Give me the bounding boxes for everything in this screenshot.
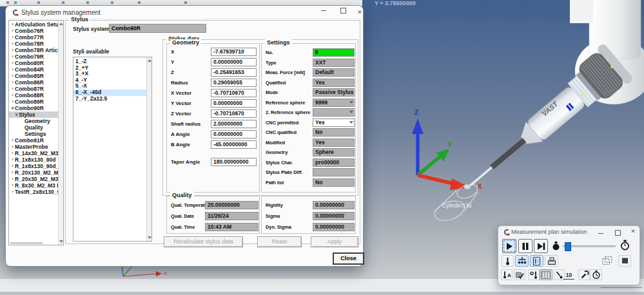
- tree-chevron-icon[interactable]: [10, 105, 15, 111]
- tree-item[interactable]: TestR_2x8x130_9: [9, 189, 58, 195]
- styli-list[interactable]: 1_-Z2_+Y3_+X4_-Y5_-X6_-X_-45d7_-Y_Za12.5: [73, 57, 152, 242]
- tree-chevron-icon[interactable]: [10, 144, 15, 150]
- geometry-row-input[interactable]: 0.29059055: [211, 79, 257, 87]
- tree-item[interactable]: Combo91R: [9, 137, 58, 144]
- dropdown-arrow-icon[interactable]: [349, 101, 353, 104]
- geometry-row-input[interactable]: -45.00000000: [211, 140, 257, 149]
- tree-chevron-icon[interactable]: [10, 47, 15, 53]
- stylus-auto-button[interactable]: A: [501, 269, 512, 280]
- styli-scrollbar[interactable]: [146, 57, 151, 241]
- geometry-row-input[interactable]: 0.00000000: [211, 99, 257, 108]
- tree-chevron-icon[interactable]: [10, 137, 15, 144]
- tree-item[interactable]: Settings: [9, 131, 58, 137]
- tree-item[interactable]: Quality: [9, 124, 58, 131]
- tree-item[interactable]: Combo78R: [9, 41, 58, 47]
- geometry-row-input[interactable]: 0.00000000: [211, 130, 257, 138]
- tree-chevron-icon[interactable]: [10, 34, 15, 41]
- tree-item[interactable]: Combo79R: [9, 53, 58, 60]
- qualify-check-button[interactable]: [514, 269, 525, 280]
- tree-chevron-icon[interactable]: [10, 99, 15, 105]
- geometry-row-input[interactable]: 0.00000000: [211, 58, 257, 66]
- close-window-button[interactable]: ✕: [353, 8, 367, 17]
- tree-chevron-icon[interactable]: [10, 73, 15, 79]
- tree-chevron-icon[interactable]: [10, 86, 15, 92]
- tree-item[interactable]: Combo89R: [9, 99, 58, 105]
- tree-item[interactable]: R_8x30_M2_M3 D: [9, 182, 58, 189]
- probe-changer-button[interactable]: [515, 255, 529, 267]
- tree-item[interactable]: Geometry: [9, 118, 58, 124]
- tree-chevron-icon[interactable]: [10, 163, 15, 169]
- step-forward-button[interactable]: [534, 239, 548, 253]
- tree-chevron-icon[interactable]: [10, 60, 15, 66]
- styli-list-item[interactable]: 7_-Y_Za12.5: [73, 96, 151, 102]
- minimize-button[interactable]: [317, 8, 331, 17]
- tree-chevron-icon[interactable]: [10, 28, 15, 34]
- tree-item[interactable]: Combo88R: [9, 92, 58, 99]
- tree-item[interactable]: Combo90R: [9, 105, 58, 111]
- tree-item[interactable]: Combo76R: [9, 28, 58, 34]
- tree-item[interactable]: Stylus: [9, 111, 58, 118]
- tree-chevron-icon[interactable]: [10, 169, 15, 176]
- tree-item[interactable]: MasterProbe: [9, 144, 58, 150]
- dropdown-arrow-icon[interactable]: [349, 121, 353, 124]
- tree-chevron-icon[interactable]: [10, 41, 15, 47]
- tree-item[interactable]: Combo85R: [9, 73, 58, 79]
- machine-view-button[interactable]: [530, 255, 543, 267]
- stylus-view-button[interactable]: [502, 255, 514, 267]
- tree-chevron-icon[interactable]: [10, 150, 15, 157]
- reset-button[interactable]: Reset: [257, 236, 302, 247]
- dropdown-arrow-icon[interactable]: [349, 111, 353, 113]
- tree-item[interactable]: R_1x8x130_90d_(: [9, 163, 58, 169]
- geometry-row-input[interactable]: -0.25491653: [211, 68, 257, 77]
- tree-item[interactable]: R_20x130_M2_M3: [9, 169, 58, 176]
- probe-eye-button[interactable]: [528, 269, 540, 280]
- settings-wrench-button[interactable]: [578, 269, 590, 280]
- timer-settings-button[interactable]: [590, 269, 602, 280]
- tree-chevron-icon[interactable]: [10, 21, 15, 28]
- maximize-button[interactable]: [336, 8, 350, 17]
- result-table-button[interactable]: [540, 269, 552, 280]
- tree-chevron-icon[interactable]: [10, 66, 15, 73]
- stylus-system-tree[interactable]: Articulation Setup Combo76R Combo77R Com…: [8, 20, 64, 245]
- tree-chevron-icon[interactable]: [10, 92, 15, 99]
- pause-button[interactable]: [518, 239, 532, 253]
- tree-horizontal-scrollbar[interactable]: [10, 242, 43, 244]
- dialog-titlebar[interactable]: Stylus system management ✕: [6, 6, 363, 19]
- tree-item[interactable]: Combo77R: [9, 34, 58, 41]
- tree-item[interactable]: Combo78R Articulat: [9, 47, 58, 53]
- geometry-row-input[interactable]: -0.70710670: [211, 89, 257, 97]
- tree-item[interactable]: R_20x30_M2_M3: [9, 176, 58, 182]
- geometry-row-input[interactable]: -0.70710670: [211, 109, 257, 118]
- stylus-tray-button[interactable]: [545, 255, 558, 267]
- tree-chevron-icon[interactable]: [10, 176, 15, 182]
- geometry-row-input[interactable]: 180.00000000: [211, 158, 257, 166]
- tree-scrollbar[interactable]: [58, 21, 63, 245]
- tree-item[interactable]: R_1x8x130_90d: [9, 157, 58, 163]
- play-button[interactable]: [502, 239, 516, 253]
- clearance-cube-button[interactable]: [618, 255, 631, 267]
- tree-item[interactable]: Combo84R: [9, 66, 58, 73]
- tree-item[interactable]: Articulation Setup: [9, 21, 58, 28]
- sim-minimize-button[interactable]: [595, 227, 607, 236]
- play-icon: [504, 241, 514, 252]
- tree-item[interactable]: R_14x30_M2_M3: [9, 150, 58, 157]
- tree-chevron-icon[interactable]: [10, 79, 15, 86]
- apply-button[interactable]: Apply: [311, 236, 358, 247]
- tree-chevron-icon[interactable]: [10, 53, 15, 60]
- geometry-row-input[interactable]: -7.67939710: [211, 48, 257, 56]
- tree-chevron-icon[interactable]: [14, 111, 19, 118]
- sim-maximize-button[interactable]: [612, 227, 623, 236]
- tree-item[interactable]: Combo87R: [9, 86, 58, 92]
- tree-chevron-icon[interactable]: [10, 189, 15, 195]
- tree-item[interactable]: Combo86R: [9, 79, 58, 86]
- tree-item[interactable]: Combo80R: [9, 60, 58, 66]
- geometry-row-input[interactable]: 2.50000000: [211, 120, 257, 128]
- angle-step-input[interactable]: 10: [563, 271, 574, 280]
- tree-chevron-icon[interactable]: [10, 182, 15, 189]
- bounding-box-button[interactable]: [600, 255, 615, 267]
- recalculate-stylus-data-button[interactable]: Recalculate stylus data: [164, 236, 243, 247]
- sim-close-button[interactable]: ✕: [627, 227, 639, 236]
- tree-chevron-icon[interactable]: [10, 157, 15, 163]
- speed-slider-handle[interactable]: [565, 242, 571, 251]
- close-button[interactable]: Close: [333, 253, 364, 264]
